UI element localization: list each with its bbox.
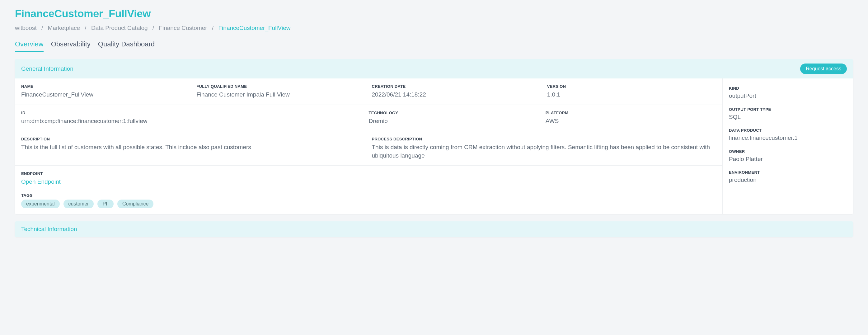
- field-label: VERSION: [547, 84, 716, 89]
- tab-observability[interactable]: Observability: [51, 40, 91, 52]
- field-endpoint: ENDPOINT Open Endpoint: [21, 171, 716, 186]
- breadcrumb-current: FinanceCustomer_FullView: [218, 25, 290, 31]
- card-header-title: Technical Information: [21, 226, 77, 233]
- breadcrumb-item[interactable]: witboost: [15, 25, 37, 31]
- breadcrumb: witboost / Marketplace / Data Product Ca…: [15, 25, 853, 31]
- field-label: ENVIRONMENT: [729, 170, 847, 175]
- field-creation-date: CREATION DATE 2022/06/21 14:18:22: [372, 84, 541, 99]
- card-header: Technical Information: [15, 221, 853, 237]
- field-label: NAME: [21, 84, 190, 89]
- main-column: NAME FinanceCustomer_FullView FULLY QUAL…: [15, 79, 722, 214]
- field-output-port-type: OUTPUT PORT TYPE SQL: [729, 107, 847, 121]
- field-process-description: PROCESS DESCRIPTION This is data is dire…: [372, 137, 716, 160]
- tab-overview[interactable]: Overview: [15, 40, 43, 52]
- tag-chip[interactable]: Compliance: [117, 200, 153, 208]
- field-value: production: [729, 176, 847, 184]
- field-data-product: DATA PRODUCT finance.financecustomer.1: [729, 128, 847, 142]
- field-label: ENDPOINT: [21, 171, 716, 176]
- field-label: TECHNOLOGY: [369, 111, 539, 115]
- field-platform: PLATFORM AWS: [546, 111, 716, 125]
- field-value: FinanceCustomer_FullView: [21, 91, 190, 99]
- breadcrumb-item[interactable]: Marketplace: [48, 25, 80, 31]
- side-column: KIND outputPort OUTPUT PORT TYPE SQL DAT…: [722, 79, 853, 214]
- breadcrumb-item[interactable]: Finance Customer: [159, 25, 207, 31]
- page-title: FinanceCustomer_FullView: [15, 7, 853, 20]
- tab-quality-dashboard[interactable]: Quality Dashboard: [98, 40, 155, 52]
- field-label: PLATFORM: [546, 111, 716, 115]
- tag-chip[interactable]: customer: [63, 200, 94, 208]
- field-name: NAME FinanceCustomer_FullView: [21, 84, 190, 99]
- field-value: Dremio: [369, 117, 539, 125]
- field-id: ID urn:dmb:cmp:finance:financecustomer:1…: [21, 111, 363, 125]
- card-header: General Information Request access: [15, 59, 853, 79]
- field-value: 1.0.1: [547, 91, 716, 99]
- tag-chip[interactable]: experimental: [21, 200, 60, 208]
- field-value: SQL: [729, 113, 847, 121]
- field-description: DESCRIPTION This is the full list of cus…: [21, 137, 366, 160]
- field-label: OWNER: [729, 149, 847, 154]
- tag-chip[interactable]: PII: [97, 200, 114, 208]
- general-information-card: General Information Request access NAME …: [15, 59, 853, 214]
- field-value: 2022/06/21 14:18:22: [372, 91, 541, 99]
- field-value: Paolo Platter: [729, 155, 847, 163]
- breadcrumb-item[interactable]: Data Product Catalog: [91, 25, 148, 31]
- field-environment: ENVIRONMENT production: [729, 170, 847, 184]
- request-access-button[interactable]: Request access: [800, 63, 847, 74]
- tags-container: experimental customer PII Compliance: [21, 200, 716, 208]
- technical-information-card: Technical Information: [15, 221, 853, 237]
- field-label: OUTPUT PORT TYPE: [729, 107, 847, 112]
- field-technology: TECHNOLOGY Dremio: [369, 111, 539, 125]
- card-header-title: General Information: [21, 65, 73, 72]
- field-label: FULLY QUALIFIED NAME: [196, 84, 365, 89]
- field-label: KIND: [729, 86, 847, 91]
- field-value: This is data is directly coming from CRM…: [372, 143, 716, 160]
- breadcrumb-sep: /: [153, 25, 154, 31]
- field-label: CREATION DATE: [372, 84, 541, 89]
- field-value: finance.financecustomer.1: [729, 134, 847, 142]
- breadcrumb-sep: /: [212, 25, 214, 31]
- tabs: Overview Observability Quality Dashboard: [15, 40, 853, 52]
- breadcrumb-sep: /: [41, 25, 43, 31]
- field-label: TAGS: [21, 193, 716, 198]
- breadcrumb-sep: /: [85, 25, 86, 31]
- open-endpoint-link[interactable]: Open Endpoint: [21, 178, 716, 186]
- field-owner: OWNER Paolo Platter: [729, 149, 847, 163]
- field-kind: KIND outputPort: [729, 86, 847, 100]
- field-value: AWS: [546, 117, 716, 125]
- field-label: PROCESS DESCRIPTION: [372, 137, 716, 141]
- field-value: urn:dmb:cmp:finance:financecustomer:1:fu…: [21, 117, 363, 125]
- field-label: DESCRIPTION: [21, 137, 366, 141]
- field-label: ID: [21, 111, 363, 115]
- field-value: This is the full list of customers with …: [21, 143, 366, 152]
- field-tags: TAGS experimental customer PII Complianc…: [21, 193, 716, 208]
- field-label: DATA PRODUCT: [729, 128, 847, 133]
- field-version: VERSION 1.0.1: [547, 84, 716, 99]
- field-fqn: FULLY QUALIFIED NAME Finance Customer Im…: [196, 84, 365, 99]
- field-value: Finance Customer Impala Full View: [196, 91, 365, 99]
- field-value: outputPort: [729, 92, 847, 100]
